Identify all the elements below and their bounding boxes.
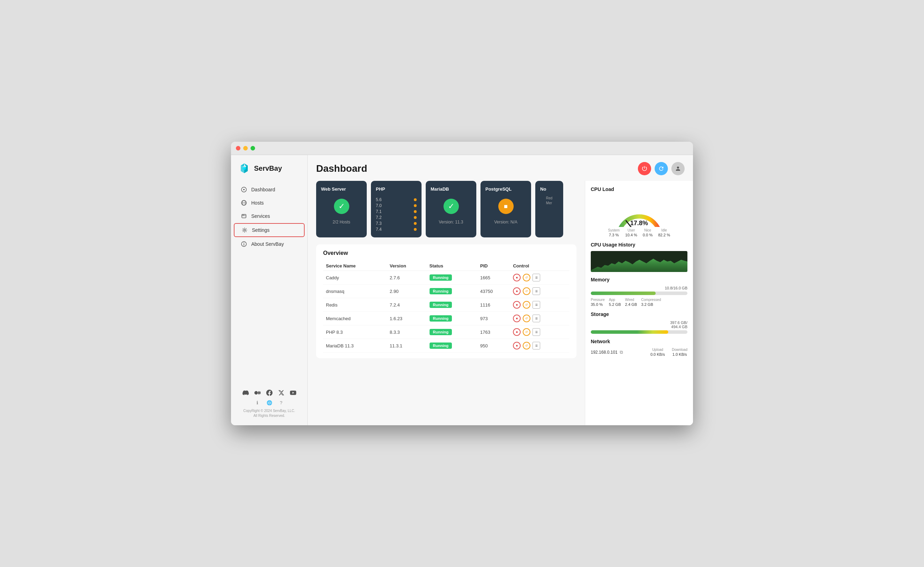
cpu-gauge: 17.8% [611, 196, 667, 227]
x-icon[interactable] [278, 389, 285, 397]
copyright-text: CopyRight © 2024 ServBay, LLC. All Right… [237, 409, 302, 418]
col-control: Control [510, 261, 570, 271]
storage-title: Storage [591, 311, 687, 317]
memory-bar-label: 10.8/16.0 GB [665, 286, 687, 290]
log-button[interactable]: ≡ [532, 287, 540, 295]
stop-button[interactable]: ■ [513, 342, 520, 349]
page-title: Dashboard [316, 163, 367, 174]
sidebar-item-about[interactable]: About ServBay [234, 238, 304, 250]
postgresql-subtitle: Version: N/A [494, 220, 518, 224]
cpu-history-chart [591, 251, 687, 272]
svg-point-13 [243, 243, 244, 244]
cpu-load-title: CPU Load [591, 186, 687, 192]
control-buttons: ■ ↺ ≡ [513, 314, 567, 322]
php-version-row: 7.0 [376, 203, 417, 208]
restart-button[interactable]: ↺ [523, 314, 530, 322]
storage-bar-fill [591, 330, 668, 334]
cell-status: Running [427, 298, 478, 312]
cpu-stat-idle-value: 82.2 % [658, 233, 670, 237]
medium-icon[interactable] [254, 389, 261, 397]
stop-button[interactable]: ■ [513, 328, 520, 336]
cpu-stats: System 7.3 % User 10.4 % Nice 0.0 % [608, 228, 670, 237]
maximize-button[interactable] [250, 146, 255, 150]
memory-bar-fill [591, 292, 656, 295]
stop-button[interactable]: ■ [513, 274, 520, 281]
cell-service-name: PHP 8.3 [323, 325, 387, 339]
log-button[interactable]: ≡ [532, 301, 540, 308]
network-speeds: Upload 0.0 KB/s Download 1.0 KB/s [650, 348, 687, 356]
overview-section: Overview Service Name Version Status PID… [316, 244, 576, 358]
table-row: dnsmasq 2.90 Running 43750 ■ ↺ ≡ [323, 284, 570, 298]
globe-link-icon[interactable]: 🌐 [266, 399, 273, 406]
cell-control: ■ ↺ ≡ [510, 271, 570, 284]
download-label: Download [672, 348, 687, 352]
close-button[interactable] [236, 146, 240, 150]
hosts-icon [241, 200, 247, 206]
refresh-button[interactable] [655, 162, 668, 175]
sidebar-item-services[interactable]: Services [234, 210, 304, 223]
youtube-icon[interactable] [289, 389, 297, 397]
memory-stats: Pressure 35.0 % App 5.2 GB Wired 2.4 GB [591, 298, 687, 307]
restart-button[interactable]: ↺ [523, 274, 530, 281]
svg-point-2 [243, 189, 244, 190]
sidebar-item-dashboard[interactable]: Dashboard [234, 183, 304, 196]
cell-version: 1.6.23 [387, 312, 427, 325]
card-other-subtitle: RedMer [546, 196, 552, 206]
power-button[interactable] [638, 162, 651, 175]
header-actions [638, 162, 685, 175]
table-row: Redis 7.2.4 Running 1116 ■ ↺ ≡ [323, 298, 570, 312]
user-button[interactable] [671, 162, 685, 175]
log-button[interactable]: ≡ [532, 342, 540, 349]
cell-status: Running [427, 339, 478, 353]
svg-point-0 [243, 167, 246, 170]
status-badge: Running [429, 274, 452, 281]
php-version-row: 7.3 [376, 221, 417, 226]
restart-button[interactable]: ↺ [523, 328, 530, 336]
upload-value: 0.0 KB/s [650, 352, 665, 356]
php-versions: 5.6 7.0 7.1 7.2 7.3 7.4 [376, 197, 417, 232]
webserver-subtitle: 2/2 Hosts [333, 220, 350, 224]
stop-button[interactable]: ■ [513, 314, 520, 322]
php-dot [414, 210, 417, 213]
php-version-row: 7.2 [376, 215, 417, 220]
cpu-stat-system-label: System [608, 228, 620, 232]
right-panel: CPU Load [585, 181, 693, 425]
stop-button[interactable]: ■ [513, 301, 520, 308]
dashboard-icon [241, 186, 247, 193]
memory-title: Memory [591, 277, 687, 283]
copy-icon[interactable]: ⧉ [620, 349, 623, 355]
mem-app-label: App [609, 298, 621, 302]
sidebar-item-hosts[interactable]: Hosts [234, 197, 304, 209]
cell-service-name: MariaDB 11.3 [323, 339, 387, 353]
log-button[interactable]: ≡ [532, 328, 540, 336]
cpu-gauge-container: 17.8% System 7.3 % User 10.4 % [591, 196, 687, 237]
card-postgresql-title: PostgreSQL [485, 186, 512, 192]
cell-service-name: Memcached [323, 312, 387, 325]
cell-control: ■ ↺ ≡ [510, 298, 570, 312]
restart-button[interactable]: ↺ [523, 287, 530, 295]
download-speed: Download 1.0 KB/s [672, 348, 687, 356]
facebook-icon[interactable] [266, 389, 273, 397]
sidebar-item-settings[interactable]: Settings [234, 223, 304, 237]
sidebar-item-services-label: Services [251, 213, 270, 219]
info-link-icon[interactable]: ℹ [254, 399, 261, 406]
stop-button[interactable]: ■ [513, 287, 520, 295]
cell-version: 7.2.4 [387, 298, 427, 312]
php-version-row: 5.6 [376, 197, 417, 202]
help-link-icon[interactable]: ? [278, 399, 284, 406]
discord-icon[interactable] [242, 389, 249, 397]
restart-button[interactable]: ↺ [523, 342, 530, 349]
log-button[interactable]: ≡ [532, 314, 540, 322]
php-dot [414, 204, 417, 207]
cell-status: Running [427, 284, 478, 298]
mem-app-value: 5.2 GB [609, 302, 621, 307]
cpu-stat-nice: Nice 0.0 % [643, 228, 652, 237]
restart-button[interactable]: ↺ [523, 301, 530, 308]
card-webserver: Web Server ✓ 2/2 Hosts [316, 181, 367, 238]
minimize-button[interactable] [243, 146, 248, 150]
cpu-stat-system: System 7.3 % [608, 228, 620, 237]
log-button[interactable]: ≡ [532, 274, 540, 281]
settings-icon [242, 227, 248, 233]
cpu-stat-user: User 10.4 % [625, 228, 637, 237]
main-body: Web Server ✓ 2/2 Hosts PHP 5.6 7.0 7.1 7 [308, 181, 693, 425]
